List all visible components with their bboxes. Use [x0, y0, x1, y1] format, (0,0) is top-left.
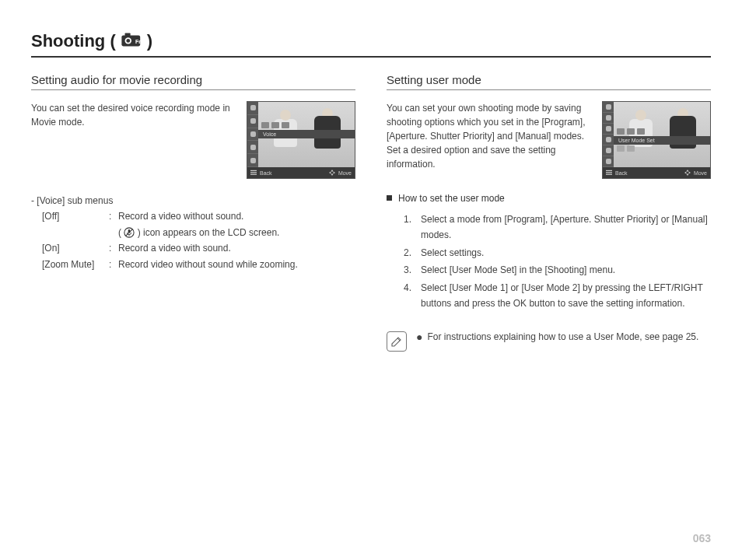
menu-icon [250, 170, 257, 176]
step-text: Select a mode from [Program], [Aperture.… [421, 212, 711, 243]
step-3: 3.Select [User Mode Set] in the [Shootin… [404, 262, 711, 278]
submenu-row-on: [On] : Record a video with sound. [31, 240, 355, 256]
submenu-key: [Off] [42, 208, 109, 224]
step-text: Select settings. [421, 245, 484, 261]
mic-mute-icon [124, 227, 135, 238]
title-suffix: ) [147, 31, 152, 51]
lcd-preview-user-mode: User Mode Set Back Move [602, 101, 711, 179]
svg-rect-1 [124, 33, 130, 37]
svg-marker-22 [688, 171, 690, 173]
step-2: 2.Select settings. [404, 245, 711, 261]
submenu-row-zoom-mute: [Zoom Mute] : Record video without sound… [31, 257, 355, 272]
bullet-icon: ● [416, 331, 422, 342]
lcd-bottom-bar: Back Move [247, 167, 355, 178]
submenu-key: [Zoom Mute] [42, 257, 109, 272]
lcd-preview-voice: Voice Back Move [247, 101, 355, 179]
submenus-title: - [Voice] sub menus [31, 193, 355, 208]
right-column: Setting user mode You can set your own s… [387, 73, 711, 352]
menu-icon [606, 170, 612, 176]
lcd-option-icons [614, 128, 710, 136]
svg-rect-6 [250, 172, 257, 173]
note-box: ● For instructions explaining how to use… [387, 331, 711, 352]
lcd-side-icons [603, 102, 614, 167]
submenu-key: [On] [42, 240, 109, 256]
user-mode-intro-text: You can set your own shooting mode by sa… [387, 101, 594, 171]
left-column: Setting audio for movie recording You ca… [31, 73, 355, 352]
lcd-move-label: Move [338, 170, 352, 176]
lcd-bottom-bar: Back Move [603, 167, 710, 178]
lcd-back-label: Back [260, 170, 272, 176]
svg-rect-16 [606, 170, 612, 171]
move-icon [684, 170, 691, 176]
move-icon [329, 170, 335, 176]
howto-title-text: How to set the user mode [398, 193, 505, 204]
lcd-strap-label: User Mode Set [614, 136, 710, 145]
submenu-value: Record video without sound while zooming… [118, 257, 355, 272]
lcd-side-icons [247, 102, 258, 167]
voice-submenus: - [Voice] sub menus [Off] : Record a vid… [31, 193, 355, 272]
lcd-back-label: Back [615, 170, 628, 176]
audio-intro-text: You can set the desired voice recording … [31, 101, 239, 129]
note-content: For instructions explaining how to use a… [427, 331, 698, 342]
note-text: ● For instructions explaining how to use… [416, 331, 698, 342]
title-prefix: Shooting ( [31, 31, 116, 51]
lcd-move-label: Move [694, 170, 707, 176]
camera-fn-icon: Fn [121, 32, 142, 51]
svg-marker-10 [329, 171, 331, 173]
section-heading-user-mode: Setting user mode [387, 73, 711, 90]
step-4: 4.Select [User Mode 1] or [User Mode 2] … [404, 280, 711, 312]
submenu-row-off: [Off] : Record a video without sound. [31, 208, 355, 224]
svg-rect-17 [606, 172, 612, 173]
square-bullet-icon [387, 195, 392, 201]
page-title: Shooting ( Fn ) [31, 31, 711, 58]
submenu-row-off-note: ( ) icon appears on the LCD screen. [31, 225, 355, 240]
svg-rect-18 [606, 174, 612, 175]
svg-marker-19 [686, 170, 688, 171]
howto-steps: 1.Select a mode from [Program], [Apertur… [387, 212, 711, 311]
svg-point-3 [126, 39, 130, 43]
icon-note-prefix: ( [118, 227, 124, 238]
lcd-option-icons-row2 [614, 145, 710, 153]
section-heading-audio: Setting audio for movie recording [31, 73, 355, 90]
svg-marker-21 [684, 171, 686, 173]
step-1: 1.Select a mode from [Program], [Apertur… [404, 212, 711, 243]
svg-marker-11 [333, 171, 334, 173]
svg-marker-20 [686, 174, 688, 176]
svg-text:Fn: Fn [135, 39, 142, 44]
svg-rect-7 [250, 174, 257, 175]
lcd-strap-label: Voice [258, 130, 355, 138]
note-pencil-icon [387, 331, 407, 352]
submenu-value: Record a video with sound. [118, 240, 355, 256]
page-number: 063 [693, 532, 711, 544]
submenu-value: Record a video without sound. [118, 208, 355, 224]
icon-note-suffix: ) icon appears on the LCD screen. [135, 227, 279, 238]
svg-marker-8 [331, 170, 333, 171]
step-text: Select [User Mode Set] in the [Shooting]… [421, 262, 615, 278]
lcd-option-icons [258, 122, 355, 130]
svg-rect-5 [250, 170, 257, 171]
step-text: Select [User Mode 1] or [User Mode 2] by… [421, 280, 711, 312]
submenu-value: ( ) icon appears on the LCD screen. [118, 225, 355, 240]
howto-title: How to set the user mode [387, 193, 711, 204]
svg-marker-9 [331, 174, 333, 176]
